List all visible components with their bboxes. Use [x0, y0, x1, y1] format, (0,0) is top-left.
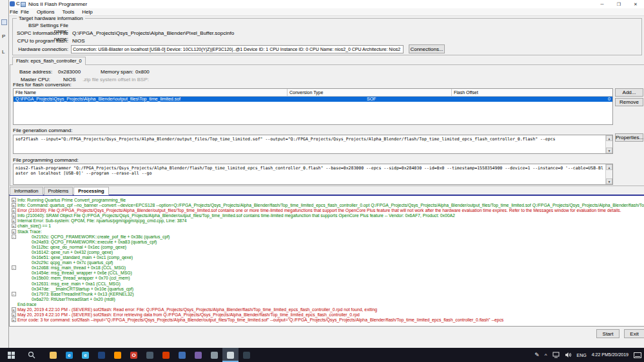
expand-collapse-icon[interactable]: - — [10, 292, 17, 297]
maximize-button[interactable]: ❐ — [610, 0, 627, 8]
add-button[interactable]: Add... — [615, 88, 643, 97]
scroll-up-icon[interactable]: ▲ — [606, 164, 612, 170]
background-panel-letter: P — [2, 33, 5, 39]
file-programming-command-box[interactable]: nios2-flash-programmer "Q:/FPGA_Projects… — [13, 164, 613, 185]
firefox-icon[interactable] — [110, 348, 126, 362]
file-generation-command-box[interactable]: sof2flash --input="Q:/FPGA_Projects/Qsys… — [13, 135, 613, 154]
nios-flash-programmer-task-icon[interactable] — [222, 348, 239, 362]
files-for-conversion-label: Files for flash conversion: — [13, 82, 72, 88]
log-line-text: 0x6a270: RtlUserThreadStart + 0x20 (ntdl… — [17, 297, 115, 302]
zip-offset-label: .zip file system offset in BSP: — [83, 77, 149, 82]
expand-collapse-icon[interactable]: + — [10, 213, 17, 218]
log-line-text: 0x12d68: msg_main_thread + 0x18 (CCL_MSG… — [17, 265, 126, 271]
gutter-spacer — [10, 245, 17, 250]
console-tab-information[interactable]: Information — [10, 187, 43, 195]
taskbar-clock[interactable]: 4:22 PM 5/20/2019 — [592, 352, 629, 357]
hardware-connection-label: Hardware connection: — [13, 46, 68, 52]
scroll-up-icon[interactable]: ▲ — [606, 135, 612, 141]
calculator-icon[interactable] — [142, 348, 158, 362]
photos-app-icon[interactable] — [93, 348, 110, 362]
gray-app-icon-glyph — [211, 352, 218, 359]
file-explorer-icon[interactable] — [45, 348, 61, 362]
expand-collapse-icon[interactable]: + — [10, 208, 17, 213]
menu-item-options[interactable]: Options — [33, 9, 59, 15]
expand-collapse-icon[interactable]: + — [10, 318, 17, 323]
programming-scrollbar[interactable]: ▲▼ — [605, 164, 612, 184]
console-tab-problems[interactable]: Problems — [44, 187, 73, 195]
log-line-text: 0x15b00: mem_thread_wrapper + 0x70 (ccl_… — [17, 276, 130, 281]
expand-collapse-icon[interactable]: + — [10, 203, 17, 208]
start-menu-button[interactable] — [0, 348, 22, 362]
log-line-text: 0x112bc: qexe_do_normal + 0x1ec (comp_qe… — [17, 245, 126, 250]
opera-icon[interactable]: O — [126, 348, 142, 362]
cpu-value: NIOS — [72, 38, 85, 44]
expand-collapse-icon[interactable]: - — [10, 265, 17, 271]
tray-expand-icon[interactable]: ^ — [545, 352, 547, 358]
expand-collapse-icon[interactable]: + — [10, 307, 17, 312]
internet-explorer-icon[interactable]: e — [77, 348, 93, 362]
memory-span-label: Memory span: — [101, 69, 133, 75]
windows-ink-pen-icon[interactable]: ✎ — [534, 352, 540, 358]
quartus-task-icon[interactable] — [239, 348, 255, 362]
log-line: +Error code: 3 for command: sof2flash --… — [10, 318, 644, 323]
flash-controller-tab[interactable]: Flash: epcs_flash_controller_0 — [12, 57, 86, 65]
taskbar-search-button[interactable] — [22, 348, 41, 362]
taskbar: eeO ✎ ^ ENG 4:22 PM 5/20/2019 — [0, 348, 644, 362]
gutter-spacer — [10, 250, 17, 255]
log-line: +Stack Trace: — [10, 229, 644, 234]
file-table-row[interactable]: Q:\FPGA_Projects\Qsys_Projects\Alpha_Ble… — [14, 97, 612, 102]
generation-scrollbar[interactable]: ▲▼ — [605, 135, 612, 153]
menu-item-help[interactable]: Help — [78, 9, 96, 15]
connections-button[interactable]: Connections... — [409, 44, 445, 53]
hardware-connection-field[interactable]: Connection: USB-Blaster on localhost [US… — [71, 45, 404, 53]
expand-collapse-icon[interactable]: - — [10, 234, 17, 240]
base-address-label: Base address: — [19, 69, 52, 75]
column-header-conversion-type[interactable]: Conversion Type — [288, 89, 452, 97]
background-window-title-fragment: C — [10, 1, 20, 6]
quartus-task-icon-glyph — [243, 352, 250, 359]
office-icon[interactable] — [158, 348, 174, 362]
clock-date: 5/20/2019 — [609, 352, 629, 357]
edge-icon-glyph: e — [66, 352, 73, 359]
scroll-down-icon[interactable]: ▼ — [606, 148, 612, 153]
minimize-button[interactable]: ─ — [594, 0, 610, 8]
app-window-icon — [21, 2, 26, 7]
start-button[interactable]: Start — [596, 329, 620, 338]
log-line: +May 20, 2019 4:22:10 PM - (SEVERE) sof2… — [10, 312, 644, 318]
menu-item-tools[interactable]: Tools — [58, 9, 78, 15]
expand-collapse-icon[interactable]: + — [10, 198, 17, 203]
expand-collapse-icon[interactable]: + — [10, 218, 17, 224]
remove-button[interactable]: Remove — [615, 98, 643, 106]
touch-keyboard-icon[interactable] — [634, 352, 641, 358]
column-header-flash-offset[interactable]: Flash Offset — [452, 89, 612, 97]
background-panel-icon[interactable] — [1, 19, 7, 25]
network-icon[interactable] — [552, 352, 560, 358]
properties-button[interactable]: Properties... — [615, 133, 643, 142]
log-line-text: Stack Trace: — [17, 229, 42, 234]
volume-icon[interactable] — [565, 352, 572, 358]
blue-app-icon[interactable] — [174, 348, 190, 362]
gutter-spacer — [10, 287, 17, 292]
expand-collapse-icon[interactable]: + — [10, 312, 17, 318]
gray-app-icon[interactable] — [206, 348, 222, 362]
exit-button[interactable]: Exit — [624, 329, 644, 338]
system-tray: ✎ ^ ENG 4:22 PM 5/20/2019 — [532, 348, 644, 362]
console-log-panel[interactable]: +Info: Running Quartus Prime Convert_pro… — [9, 195, 644, 327]
log-line-text: Error (210039): File Q:/FPGA_Projects/Qs… — [17, 208, 621, 213]
flash-panel: Base address: 0x283000 Memory span: 0x80… — [10, 64, 644, 186]
desktop: P L C File Nios II Flash Programmer ─ ❐ … — [0, 0, 644, 362]
expand-collapse-icon[interactable]: + — [10, 229, 17, 234]
edge-icon[interactable]: e — [61, 348, 77, 362]
background-window-menu-file[interactable]: File — [10, 9, 18, 15]
flash-offset-cell: 0 — [608, 97, 610, 102]
scroll-down-icon[interactable]: ▼ — [606, 178, 612, 184]
menu-item-file[interactable]: File — [17, 9, 33, 15]
log-line: 0x24a93: QCPG_FRAMEWORK::execute + 0xa83… — [10, 240, 644, 245]
purple-app-icon[interactable] — [190, 348, 206, 362]
close-button[interactable]: ✕ — [627, 0, 644, 8]
console-tab-processing[interactable]: Processing — [73, 187, 108, 195]
language-indicator[interactable]: ENG — [577, 353, 587, 357]
expand-collapse-icon[interactable]: + — [10, 224, 17, 229]
column-header-file-name[interactable]: File Name — [14, 89, 288, 97]
log-line: 0x6a270: RtlUserThreadStart + 0x20 (ntdl… — [10, 297, 644, 302]
